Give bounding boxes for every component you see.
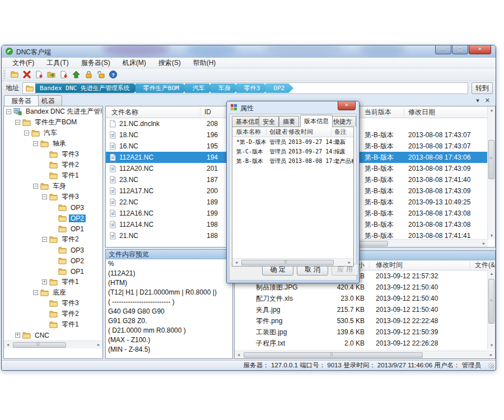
- breadcrumb-segment-0[interactable]: Bandex DNC 先进生产管理系统: [35, 83, 139, 93]
- tree-item[interactable]: +零件1: [4, 277, 102, 287]
- column-header-current-version[interactable]: 当前版本: [365, 106, 391, 118]
- go-button[interactable]: 转到: [472, 82, 493, 94]
- menu-item-4[interactable]: 搜索(S): [152, 58, 187, 68]
- scroll-left-arrow[interactable]: ◂: [4, 341, 12, 349]
- tree-item[interactable]: 零件1: [4, 319, 102, 330]
- resize-grip[interactable]: [488, 363, 494, 368]
- breadcrumb-segment-5[interactable]: OP2: [265, 83, 293, 93]
- scroll-thumb[interactable]: [244, 352, 423, 358]
- tree-item[interactable]: +CNC: [4, 330, 102, 340]
- related-vertical-scrollbar[interactable]: ▴ ≡ ▾: [487, 270, 495, 349]
- column-divider[interactable]: [286, 128, 286, 136]
- tree-item[interactable]: 零件2: [4, 309, 102, 319]
- column-divider[interactable]: [331, 128, 332, 136]
- expand-toggle-icon[interactable]: +: [42, 279, 47, 284]
- upload-arrow-button[interactable]: [70, 69, 82, 80]
- menu-item-3[interactable]: 机床(M): [116, 58, 152, 68]
- tree-item[interactable]: −轴承: [4, 138, 102, 149]
- file-row[interactable]: 112A17.NC200: [106, 185, 232, 197]
- scroll-right-arrow[interactable]: ▸: [487, 351, 495, 359]
- tree-item[interactable]: OP3: [4, 202, 102, 213]
- scroll-right-arrow[interactable]: ▸: [95, 341, 102, 349]
- breadcrumb-segment-2[interactable]: 汽车: [185, 83, 214, 93]
- column-divider[interactable]: [404, 108, 404, 116]
- dialog-version-row[interactable]: 第-C-版本管理员2013-09-27 14:...报废: [232, 147, 353, 156]
- tree-item[interactable]: −汽车: [4, 128, 102, 138]
- column-header-id[interactable]: ID: [204, 106, 211, 118]
- scroll-thumb[interactable]: [241, 260, 334, 265]
- dialog-close-button[interactable]: ✕: [338, 101, 356, 110]
- collapse-toggle-icon[interactable]: −: [33, 141, 38, 146]
- scroll-up-arrow[interactable]: ▴: [488, 270, 496, 278]
- scroll-up-arrow[interactable]: ▴: [488, 106, 496, 114]
- column-header-filename[interactable]: 文件名称: [111, 106, 138, 118]
- delete-button[interactable]: [21, 69, 33, 80]
- tree-item[interactable]: −零件2: [4, 234, 102, 245]
- column-divider[interactable]: [369, 262, 370, 269]
- dialog-version-row[interactable]: 第-B-版本管理员2013-08-08 17:...老产品程序: [232, 156, 353, 166]
- collapse-toggle-icon[interactable]: −: [15, 120, 20, 125]
- collapse-toggle-icon[interactable]: −: [24, 130, 29, 136]
- title-bar[interactable]: DNC客户端 — ▢ ✕: [2, 45, 496, 58]
- column-divider[interactable]: [470, 262, 470, 269]
- tree-item[interactable]: OP2: [4, 255, 102, 266]
- dialog-tab-4[interactable]: 快捷方式: [329, 116, 356, 127]
- related-horizontal-scrollbar[interactable]: ◂ ⠿ ▸: [235, 351, 495, 358]
- column-header-file[interactable]: 文件(&: [475, 260, 495, 270]
- menu-item-0[interactable]: 文件(F): [6, 58, 40, 68]
- related-file-row[interactable]: 工装图.jpg139.6 KB2013-09-12 21:50:39: [235, 326, 495, 338]
- unlock-button[interactable]: [95, 69, 107, 80]
- view-tab-0[interactable]: 服务器: [4, 95, 39, 106]
- file-checkin-button[interactable]: [58, 69, 70, 80]
- expand-toggle-icon[interactable]: +: [15, 333, 20, 338]
- dialog-tab-3[interactable]: 版本信息: [300, 115, 333, 127]
- file-row[interactable]: 112A20.NC201: [106, 163, 232, 174]
- dialog-version-row[interactable]: *第-D-版本管理员2013-09-27 14:...最新: [232, 137, 353, 147]
- minimize-button[interactable]: —: [435, 45, 451, 54]
- tree-item[interactable]: OP1: [4, 223, 102, 234]
- send-folder-button[interactable]: [45, 69, 58, 80]
- tree-horizontal-scrollbar[interactable]: ◂ ⠿ ▸: [4, 340, 102, 348]
- toolbar-grip[interactable]: [3, 70, 6, 79]
- tree-item[interactable]: −底座: [4, 287, 102, 298]
- pane-close-icon[interactable]: ✕: [485, 96, 490, 104]
- collapse-toggle-icon[interactable]: −: [42, 194, 47, 199]
- tree-item[interactable]: −Bandex DNC 先进生产管理系统: [4, 106, 102, 117]
- file-row[interactable]: 18.NC196: [106, 129, 232, 141]
- scroll-right-arrow[interactable]: ▸: [480, 240, 488, 248]
- breadcrumb-segment-1[interactable]: 零件生产BOM: [136, 83, 188, 93]
- file-row[interactable]: 16.NC195: [106, 141, 232, 152]
- related-file-row[interactable]: 配刀文件.xls23.0 KB2013-09-12 21:50:40: [235, 293, 495, 304]
- menu-item-2[interactable]: 服务器(S): [75, 58, 116, 68]
- new-folder-button[interactable]: [8, 69, 21, 80]
- collapse-toggle-icon[interactable]: −: [6, 109, 11, 114]
- related-file-row[interactable]: 子程序.txt2.0 KB2013-09-12 22:26:28: [235, 338, 495, 349]
- related-file-row[interactable]: 零件.png530.5 KB2013-09-12 22:22:48: [235, 315, 495, 326]
- tree-item[interactable]: −零件生产BOM: [4, 117, 102, 128]
- file-row[interactable]: 112A14.NC198: [106, 219, 232, 230]
- collapse-toggle-icon[interactable]: −: [33, 290, 38, 295]
- dialog-horizontal-scrollbar[interactable]: ◂ ⠿ ▸: [232, 258, 353, 266]
- menu-item-5[interactable]: 帮助(H): [187, 58, 222, 68]
- dialog-tab-1[interactable]: 安全: [259, 116, 279, 127]
- address-field[interactable]: Bandex DNC 先进生产管理系统零件生产BOM汽车车身零件3OP2: [22, 82, 468, 94]
- tree-item[interactable]: 零件1: [4, 170, 102, 181]
- tree-item[interactable]: 零件2: [4, 160, 102, 170]
- related-file-row[interactable]: 夹具.jpg215.7 KB2013-09-12 21:50:40: [235, 304, 495, 315]
- collapse-toggle-icon[interactable]: −: [33, 184, 38, 189]
- menu-item-1[interactable]: 工具(T): [40, 58, 74, 68]
- file-row[interactable]: 23.NC187: [106, 174, 232, 185]
- column-header-modified-time[interactable]: 修改时间: [376, 260, 403, 270]
- column-header-version-name[interactable]: 版本名称: [236, 127, 261, 137]
- file-row[interactable]: 112A21.NC194: [106, 152, 232, 163]
- pane-collapse-icon[interactable]: ▾: [476, 96, 479, 104]
- file-row[interactable]: 21.NC188: [106, 230, 232, 241]
- collapse-toggle-icon[interactable]: −: [42, 237, 47, 242]
- tree-item[interactable]: OP2: [4, 213, 102, 223]
- breadcrumb-segment-3[interactable]: 车身: [211, 83, 240, 93]
- column-divider[interactable]: [266, 128, 267, 136]
- file-checkout-button[interactable]: [33, 69, 45, 80]
- scroll-down-arrow[interactable]: ▾: [488, 342, 496, 349]
- column-divider[interactable]: [360, 108, 361, 116]
- scroll-right-arrow[interactable]: ▸: [346, 259, 353, 267]
